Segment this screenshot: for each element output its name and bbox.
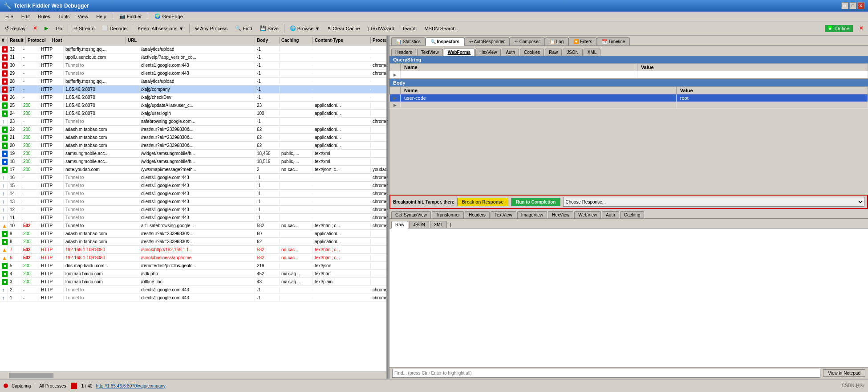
- qs-expand-btn[interactable]: ▶: [390, 71, 401, 78]
- table-row[interactable]: ■ 5 200 HTTP dns.map.baidu.com... /remot…: [0, 262, 386, 270]
- qs-value-cell[interactable]: [637, 71, 868, 78]
- choose-response-select[interactable]: Choose Response...: [563, 197, 864, 207]
- table-row[interactable]: ■ 3 200 HTTP loc.map.baidu.com /offline_…: [0, 278, 386, 286]
- break-on-response-button[interactable]: Break on Response: [457, 198, 508, 206]
- stream-button[interactable]: ⇒ Stream: [70, 24, 97, 33]
- body-name-cell[interactable]: user-code: [401, 94, 677, 102]
- body-add-btn[interactable]: ▶: [390, 102, 401, 109]
- body-add-row[interactable]: ▶: [390, 102, 868, 109]
- table-row[interactable]: ■ 8 200 HTTP adash.m.taobao.com /rest/su…: [0, 238, 386, 246]
- lower-tab-hexview[interactable]: HexView: [548, 211, 573, 218]
- menu-geoedge[interactable]: 🌍 GeoEdge: [151, 12, 186, 20]
- table-row[interactable]: ■ 30 - HTTP Tunnel to clients1.google.co…: [0, 61, 386, 69]
- menu-file[interactable]: File: [2, 13, 17, 20]
- inspector-tab-hexview[interactable]: HexView: [475, 49, 501, 56]
- table-row[interactable]: ↑ 15 - HTTP Tunnel to clients1.google.co…: [0, 182, 386, 190]
- go-button[interactable]: Go: [53, 24, 65, 33]
- table-row[interactable]: ■ 28 - HTTP bufferfly.mqsng.qq.... /anal…: [0, 78, 386, 86]
- menu-rules[interactable]: Rules: [34, 13, 54, 20]
- table-row[interactable]: ■ 17 200 HTTP note.youdao.com /yws/mapi/…: [0, 166, 386, 174]
- col-num[interactable]: #: [0, 37, 8, 44]
- inspector-tab-auth[interactable]: Auth: [502, 49, 519, 56]
- run-to-completion-button[interactable]: Run to Completion: [511, 198, 560, 206]
- close-button[interactable]: ✕: [857, 2, 864, 9]
- lower-subtab-json[interactable]: JSON: [409, 221, 429, 228]
- minimize-button[interactable]: —: [841, 2, 848, 9]
- tab-filters[interactable]: 🔽 Filters: [568, 37, 597, 45]
- inspector-tab-cookies[interactable]: Cookies: [520, 49, 544, 56]
- table-row[interactable]: ↑ 13 - HTTP Tunnel to clients1.google.co…: [0, 198, 386, 206]
- body-value-cell[interactable]: root: [676, 94, 868, 102]
- close-app-button[interactable]: ✕: [856, 24, 866, 33]
- play-button[interactable]: ▶: [41, 24, 51, 33]
- table-row[interactable]: ■ 24 200 HTTP 1.85.46.6:8070 /xajg/user.…: [0, 110, 386, 118]
- table-row[interactable]: ▲ 7 502 HTTP 192.168.1.109:8080 /smok/ht…: [0, 246, 386, 254]
- tearoff-button[interactable]: Tearoff: [399, 24, 420, 33]
- tab-inspectors[interactable]: 🔍 Inspectors: [426, 37, 464, 46]
- inspector-tab-textview[interactable]: TextView: [417, 49, 443, 56]
- lower-subtab-more[interactable]: |: [448, 221, 451, 228]
- table-row[interactable]: ■ 26 - HTTP 1.85.46.6:8070 /xajg/checkDe…: [0, 94, 386, 102]
- tab-autoresponder[interactable]: ↩ AutoResponder: [464, 37, 510, 45]
- replay-button[interactable]: ↺ Replay: [2, 24, 28, 33]
- inspector-tab-json[interactable]: JSON: [563, 49, 583, 56]
- keep-sessions-button[interactable]: Keep: All sessions ▼: [134, 24, 187, 33]
- clear-cache-button[interactable]: ✕ Clear Cache: [324, 24, 363, 33]
- table-row[interactable]: ↑ 11 - HTTP Tunnel to clients1.google.co…: [0, 214, 386, 222]
- inspector-tab-webforms[interactable]: WebForms: [444, 49, 475, 56]
- find-button[interactable]: 🔍 Find: [232, 24, 255, 33]
- table-row[interactable]: ■ 27 - HTTP 1.85.46.6:8070 /xajg/company…: [0, 86, 386, 94]
- body-row-usercode[interactable]: ▶ user-code root: [390, 94, 868, 102]
- msdn-search-button[interactable]: MSDN Search...: [421, 24, 462, 33]
- col-result[interactable]: Result: [8, 37, 26, 44]
- stop-button[interactable]: ✕: [30, 24, 40, 33]
- table-row[interactable]: ■ 20 200 HTTP adash.m.taobao.com /rest/s…: [0, 142, 386, 150]
- textwizard-button[interactable]: ∫ TextWizard: [365, 24, 397, 33]
- table-row[interactable]: ↑ 23 - HTTP Tunnel to safebrowsing.googl…: [0, 118, 386, 126]
- lower-tab-imageview[interactable]: ImageView: [517, 211, 547, 218]
- table-row[interactable]: ■ 32 - HTTP bufferfly.mqsng.qq.... /anal…: [0, 45, 386, 53]
- col-process[interactable]: Process: [371, 37, 387, 44]
- table-row[interactable]: ■ 22 200 HTTP adash.m.taobao.com /rest/s…: [0, 126, 386, 134]
- body-value-empty[interactable]: [676, 102, 868, 109]
- lower-tab-transformer[interactable]: Transformer: [432, 211, 464, 218]
- qs-name-cell[interactable]: [401, 71, 637, 78]
- table-row[interactable]: ■ 19 200 HTTP samsungmobile.acc... /widg…: [0, 150, 386, 158]
- table-row[interactable]: ▲ 6 502 HTTP 192.168.1.109:8080 /smok/bu…: [0, 254, 386, 262]
- col-content-type[interactable]: Content-Type: [313, 37, 371, 44]
- tab-statistics[interactable]: 📊 Statistics: [391, 37, 426, 45]
- col-host[interactable]: Host: [50, 37, 126, 44]
- tab-log[interactable]: 📋 Log: [545, 37, 568, 45]
- lower-tab-headers[interactable]: Headers: [465, 211, 490, 218]
- col-body[interactable]: Body: [255, 37, 280, 44]
- lower-tab-webview[interactable]: WebView: [574, 211, 601, 218]
- body-expand-btn[interactable]: ▶: [390, 94, 401, 102]
- body-name-empty[interactable]: [401, 102, 677, 109]
- table-row[interactable]: ■ 31 - HTTP upoll.usencloud.com /activel…: [0, 53, 386, 61]
- inspector-tab-headers[interactable]: Headers: [391, 49, 416, 56]
- table-row[interactable]: ■ 18 200 HTTP samsungmobile.acc... /widg…: [0, 158, 386, 166]
- scrollbar-thumb[interactable]: [9, 373, 53, 378]
- view-in-notepad-button[interactable]: View in Notepad: [823, 369, 865, 377]
- inspector-tab-raw[interactable]: Raw: [545, 49, 562, 56]
- menu-edit[interactable]: Edit: [18, 13, 33, 20]
- lower-tab-caching[interactable]: Caching: [620, 211, 645, 218]
- find-input[interactable]: [392, 369, 820, 378]
- col-url[interactable]: URL: [126, 37, 255, 44]
- table-row[interactable]: ■ 25 200 HTTP 1.85.46.6:8070 /xajg/updat…: [0, 102, 386, 110]
- decode-button[interactable]: ⬜ Decode: [99, 24, 130, 33]
- table-row[interactable]: ■ 29 - HTTP Tunnel to clients1.google.co…: [0, 69, 386, 78]
- table-row[interactable]: ↑ 1 - HTTP Tunnel to clients1.google.com…: [0, 294, 386, 302]
- col-protocol[interactable]: Protocol: [26, 37, 50, 44]
- col-caching[interactable]: Caching: [280, 37, 313, 44]
- inspector-tab-xml[interactable]: XML: [584, 49, 601, 56]
- maximize-button[interactable]: □: [849, 2, 856, 9]
- menu-help[interactable]: Help: [93, 13, 110, 20]
- lower-tab-auth[interactable]: Auth: [602, 211, 619, 218]
- online-badge[interactable]: ● Online: [825, 25, 853, 32]
- table-row[interactable]: ↑ 12 - HTTP Tunnel to clients1.google.co…: [0, 206, 386, 214]
- menu-fiddler[interactable]: 📷 Fiddler: [116, 12, 146, 20]
- lower-subtab-xml[interactable]: XML: [430, 221, 447, 228]
- table-row[interactable]: ↑ 16 - HTTP Tunnel to clients1.google.co…: [0, 174, 386, 182]
- menu-tools[interactable]: Tools: [55, 13, 73, 20]
